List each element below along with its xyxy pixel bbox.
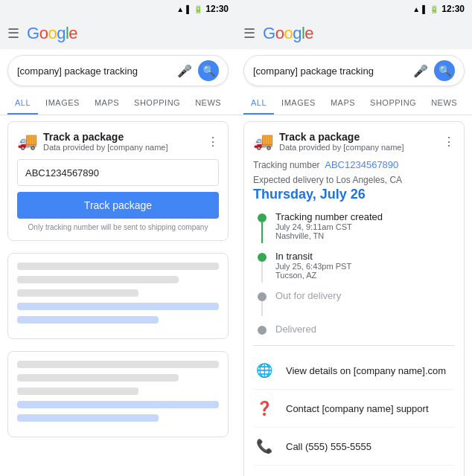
signal-icon: ▌ xyxy=(186,5,191,13)
tracking-number-link[interactable]: ABC1234567890 xyxy=(325,159,398,170)
timeline-item-out-delivery: Out for delivery xyxy=(256,290,455,316)
skeleton-line-8 xyxy=(17,387,138,395)
left-nav-tabs: ALL IMAGES MAPS SHOPPING NEWS xyxy=(0,92,236,115)
skeleton-line-2 xyxy=(17,276,179,283)
action-view-details-text: View details on [company name].com xyxy=(286,365,446,376)
left-google-logo: Google xyxy=(27,24,77,43)
right-time: 12:30 xyxy=(441,4,465,14)
left-hamburger-icon[interactable]: ☰ xyxy=(7,25,19,42)
right-tab-images[interactable]: IMAGES xyxy=(274,92,323,115)
skeleton-line-4 xyxy=(17,303,219,310)
right-mic-icon[interactable]: 🎤 xyxy=(413,64,428,78)
right-nav-tabs: ALL IMAGES MAPS SHOPPING NEWS xyxy=(236,92,472,115)
timeline-dot-col-2 xyxy=(256,251,268,283)
right-content-area: 🚚 Track a package Data provided by [comp… xyxy=(236,115,472,476)
right-card-title: Track a package xyxy=(279,131,404,143)
timeline-title-2: In transit xyxy=(275,251,455,262)
timeline-item-delivered: Delivered xyxy=(256,324,455,338)
left-time: 12:30 xyxy=(205,4,229,14)
left-card-title: Track a package xyxy=(43,131,168,143)
timeline-item-transit: In transit July 25, 6:43pm PST Tucson, A… xyxy=(256,251,455,283)
skeleton-line-1 xyxy=(17,263,219,270)
right-search-bar[interactable]: [company] package tracking 🎤 🔍 xyxy=(243,55,465,86)
question-icon: ❓ xyxy=(253,397,275,419)
left-skeleton-1 xyxy=(7,253,229,339)
timeline-dot-1 xyxy=(258,213,267,222)
right-card-titles: Track a package Data provided by [compan… xyxy=(279,131,404,152)
left-tab-images[interactable]: IMAGES xyxy=(38,92,87,115)
action-view-details[interactable]: 🌐 View details on [company name].com xyxy=(253,352,455,390)
left-tab-maps[interactable]: MAPS xyxy=(87,92,127,115)
left-truck-icon: 🚚 xyxy=(17,132,37,151)
skeleton-line-5 xyxy=(17,316,159,324)
action-contact-support[interactable]: ❓ Contact [company name] support xyxy=(253,390,455,428)
left-mic-icon[interactable]: 🎤 xyxy=(177,64,192,78)
left-card-titles: Track a package Data provided by [compan… xyxy=(43,131,168,152)
skeleton-line-9 xyxy=(17,401,219,408)
right-signal-icon: ▌ xyxy=(422,5,427,13)
delivery-date: Thursday, July 26 xyxy=(253,187,455,202)
timeline-line-1 xyxy=(261,222,263,243)
action-divider xyxy=(253,345,455,346)
left-status-bar: ▲ ▌ 🔋 12:30 xyxy=(0,0,236,18)
right-status-bar: ▲ ▌ 🔋 12:30 xyxy=(236,0,472,18)
left-disclaimer: Only tracking number will be sent to shi… xyxy=(17,223,219,231)
tracking-number-row: Tracking number ABC1234567890 xyxy=(253,159,455,170)
timeline-line-2 xyxy=(261,262,263,283)
action-call[interactable]: 📞 Call (555) 555-5555 xyxy=(253,428,455,466)
left-search-text: [company] package tracking xyxy=(17,65,171,77)
skeleton-line-6 xyxy=(17,361,219,368)
left-tracking-input[interactable] xyxy=(25,167,211,178)
right-tracker-card: 🚚 Track a package Data provided by [comp… xyxy=(243,121,465,476)
truck-icon-action: 🚚 xyxy=(253,473,275,476)
timeline-title-1: Tracking number created xyxy=(275,211,455,222)
right-more-icon[interactable]: ⋮ xyxy=(443,135,455,149)
skeleton-line-7 xyxy=(17,374,179,382)
right-header: ☰ Google xyxy=(236,18,472,49)
left-status-icons: ▲ ▌ 🔋 xyxy=(176,5,202,13)
right-card-header: 🚚 Track a package Data provided by [comp… xyxy=(253,131,455,152)
right-tab-shopping[interactable]: SHOPPING xyxy=(363,92,424,115)
timeline-content-3: Out for delivery xyxy=(275,290,455,316)
left-track-button[interactable]: Track package xyxy=(17,192,219,219)
left-tracking-input-wrapper[interactable] xyxy=(17,159,219,186)
timeline-item-created: Tracking number created July 24, 9:11am … xyxy=(256,211,455,243)
right-status-icons: ▲ ▌ 🔋 xyxy=(412,5,438,13)
left-tab-shopping[interactable]: SHOPPING xyxy=(127,92,188,115)
right-search-button[interactable]: 🔍 xyxy=(434,60,455,81)
globe-icon: 🌐 xyxy=(253,359,275,382)
skeleton-line-10 xyxy=(17,414,159,422)
skeleton-line-3 xyxy=(17,289,138,297)
right-tab-maps[interactable]: MAPS xyxy=(323,92,363,115)
wifi-icon: ▲ xyxy=(176,5,184,13)
timeline-title-4: Delivered xyxy=(275,324,455,335)
left-skeleton-2 xyxy=(7,351,229,437)
right-panel: ▲ ▌ 🔋 12:30 ☰ Google [company] package t… xyxy=(236,0,472,476)
right-tab-all[interactable]: ALL xyxy=(243,92,274,115)
left-header: ☰ Google xyxy=(0,18,236,49)
right-google-logo: Google xyxy=(263,24,313,43)
left-more-icon[interactable]: ⋮ xyxy=(207,135,219,149)
left-tab-news[interactable]: NEWS xyxy=(188,92,229,115)
left-tracker-card: 🚚 Track a package Data provided by [comp… xyxy=(7,121,229,241)
right-tab-news[interactable]: NEWS xyxy=(424,92,465,115)
left-card-header-left: 🚚 Track a package Data provided by [comp… xyxy=(17,131,168,152)
left-search-bar[interactable]: [company] package tracking 🎤 🔍 xyxy=(7,55,229,86)
tracking-label: Tracking number xyxy=(253,160,320,170)
right-card-subtitle: Data provided by [company name] xyxy=(279,143,404,152)
timeline-detail-2a: July 25, 6:43pm PST xyxy=(275,262,455,271)
left-card-header: 🚚 Track a package Data provided by [comp… xyxy=(17,131,219,152)
action-track-another[interactable]: 🚚 Track another package xyxy=(253,466,455,476)
right-hamburger-icon[interactable]: ☰ xyxy=(243,25,255,42)
left-tab-all[interactable]: ALL xyxy=(7,92,38,115)
left-card-subtitle: Data provided by [company name] xyxy=(43,143,168,152)
phone-icon: 📞 xyxy=(253,435,275,457)
right-battery-icon: 🔋 xyxy=(430,5,438,13)
timeline-detail-2b: Tucson, AZ xyxy=(275,271,455,280)
timeline-line-3 xyxy=(261,301,263,316)
timeline-dot-col-3 xyxy=(256,290,268,316)
left-search-button[interactable]: 🔍 xyxy=(198,60,219,81)
action-contact-text: Contact [company name] support xyxy=(286,403,429,414)
battery-icon: 🔋 xyxy=(194,5,202,13)
timeline-dot-4 xyxy=(258,326,267,335)
